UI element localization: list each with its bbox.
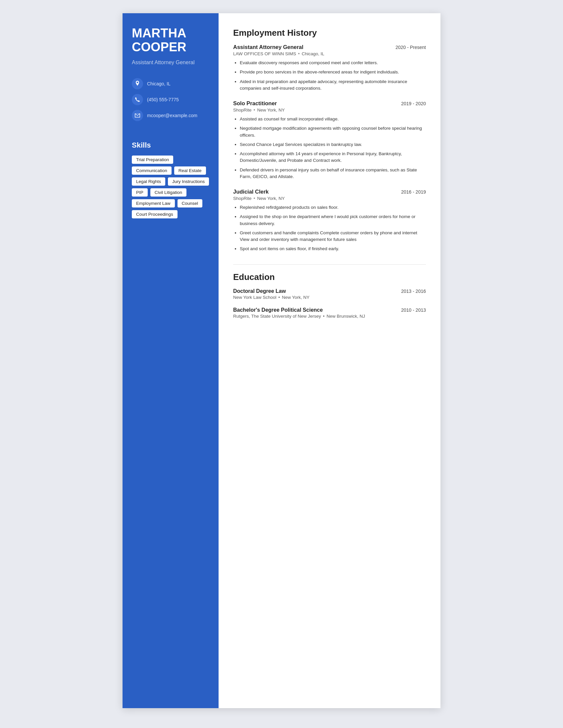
job-location: New York, NY <box>257 196 285 201</box>
dot-separator: • <box>278 295 280 300</box>
job-title: Assistant Attorney General <box>233 44 304 50</box>
list-item: Negotiated mortgage modification agreeme… <box>240 125 426 139</box>
job-location: Chicago, IL <box>302 51 324 56</box>
edu-degree: Bachelor's Degree Political Science <box>233 307 323 313</box>
edu-header: Bachelor's Degree Political Science2010 … <box>233 307 426 313</box>
skill-tag: Court Proceedings <box>132 210 177 218</box>
education-heading: Education <box>233 272 426 282</box>
skill-tag: Counsel <box>177 199 203 207</box>
skill-tag: Legal Rights <box>132 177 165 186</box>
phone-text: (450) 555-7775 <box>147 97 179 102</box>
skill-tag: Communication <box>132 166 171 175</box>
school-name: New York Law School <box>233 295 276 300</box>
job-block: Assistant Attorney General2020 - Present… <box>233 44 426 92</box>
job-bullets: Replenished refirdgatered products on sa… <box>233 204 426 252</box>
location-icon <box>132 78 143 89</box>
list-item: Provide pro bono services in the above-r… <box>240 69 426 75</box>
job-company: ShopRite•New York, NY <box>233 107 426 113</box>
email-icon <box>132 110 143 121</box>
list-item: Assisted as counsel for small incorporat… <box>240 116 426 122</box>
job-dates: 2016 - 2019 <box>401 189 426 195</box>
employment-section: Employment History Assistant Attorney Ge… <box>233 28 426 252</box>
list-item: Defended drivers in personal injury suit… <box>240 167 426 180</box>
edu-location: New York, NY <box>282 295 309 300</box>
location-text: Chicago, IL <box>147 81 170 86</box>
edu-dates: 2010 - 2013 <box>401 307 426 313</box>
dot-separator: • <box>254 196 255 201</box>
dot-separator: • <box>254 107 255 113</box>
contact-section: Chicago, IL (450) 555-7775 mcooper@examp… <box>132 78 209 126</box>
jobs-container: Assistant Attorney General2020 - Present… <box>233 44 426 252</box>
contact-phone: (450) 555-7775 <box>132 94 209 105</box>
edu-degree: Doctoral Degree Law <box>233 288 286 294</box>
skill-tag: PIP <box>132 188 148 197</box>
job-dates: 2019 - 2020 <box>401 101 426 106</box>
education-section: Education Doctoral Degree Law2013 - 2016… <box>233 272 426 319</box>
company-name: ShopRite <box>233 108 252 113</box>
edu-block: Bachelor's Degree Political Science2010 … <box>233 307 426 319</box>
job-header: Assistant Attorney General2020 - Present <box>233 44 426 50</box>
education-container: Doctoral Degree Law2013 - 2016New York L… <box>233 288 426 319</box>
list-item: Greet customers and handle complaints Co… <box>240 230 426 243</box>
company-name: LAW OFFICES OF WINN SIMS <box>233 51 296 56</box>
skills-tags: Trial PreparationCommunicationReal Estat… <box>132 156 209 218</box>
job-bullets: Assisted as counsel for small incorporat… <box>233 116 426 180</box>
job-bullets: Evaluate discovery responses and compose… <box>233 60 426 92</box>
job-header: Solo Practitioner2019 - 2020 <box>233 100 426 107</box>
job-company: ShopRite•New York, NY <box>233 196 426 201</box>
sidebar: MARTHA COOPER Assistant Attorney General… <box>122 13 218 708</box>
list-item: Aided in trial preparation and appellate… <box>240 78 426 92</box>
list-item: Assigned to the shop on line department … <box>240 213 426 227</box>
job-title: Solo Practitioner <box>233 100 277 107</box>
section-divider <box>233 264 426 265</box>
email-text: mcooper@example.com <box>147 113 197 118</box>
job-dates: 2020 - Present <box>396 45 426 50</box>
list-item: Second Chance Legal Services specializes… <box>240 141 426 148</box>
main-content: Employment History Assistant Attorney Ge… <box>218 13 441 708</box>
job-company: LAW OFFICES OF WINN SIMS•Chicago, IL <box>233 51 426 56</box>
edu-school: New York Law School•New York, NY <box>233 295 426 300</box>
list-item: Evaluate discovery responses and compose… <box>240 60 426 66</box>
skills-section: Skills Trial PreparationCommunicationRea… <box>132 141 209 218</box>
edu-school: Rutgers, The State University of New Jer… <box>233 314 426 319</box>
list-item: Replenished refirdgatered products on sa… <box>240 204 426 211</box>
skill-tag: Employment Law <box>132 199 175 207</box>
list-item: Accomplished attorney with 14 years of e… <box>240 151 426 164</box>
skill-tag: Trial Preparation <box>132 156 173 164</box>
skills-heading: Skills <box>132 141 209 150</box>
job-location: New York, NY <box>257 108 285 113</box>
skill-tag: Civil Litigation <box>150 188 186 197</box>
school-name: Rutgers, The State University of New Jer… <box>233 314 321 319</box>
candidate-name: MARTHA COOPER <box>132 26 209 54</box>
list-item: Spot and sort items on sales floor, if f… <box>240 246 426 252</box>
resume-container: MARTHA COOPER Assistant Attorney General… <box>122 13 441 708</box>
dot-separator: • <box>298 51 300 56</box>
candidate-title: Assistant Attorney General <box>132 59 209 66</box>
edu-block: Doctoral Degree Law2013 - 2016New York L… <box>233 288 426 300</box>
contact-email: mcooper@example.com <box>132 110 209 121</box>
phone-icon <box>132 94 143 105</box>
job-header: Judicial Clerk2016 - 2019 <box>233 189 426 195</box>
edu-location: New Brunswick, NJ <box>327 314 365 319</box>
skill-tag: Real Estate <box>174 166 206 175</box>
employment-heading: Employment History <box>233 28 426 38</box>
job-block: Judicial Clerk2016 - 2019ShopRite•New Yo… <box>233 189 426 252</box>
company-name: ShopRite <box>233 196 252 201</box>
skill-tag: Jury Instructions <box>168 177 209 186</box>
job-title: Judicial Clerk <box>233 189 268 195</box>
edu-dates: 2013 - 2016 <box>401 289 426 294</box>
dot-separator: • <box>323 314 325 319</box>
edu-header: Doctoral Degree Law2013 - 2016 <box>233 288 426 294</box>
job-block: Solo Practitioner2019 - 2020ShopRite•New… <box>233 100 426 180</box>
contact-location: Chicago, IL <box>132 78 209 89</box>
